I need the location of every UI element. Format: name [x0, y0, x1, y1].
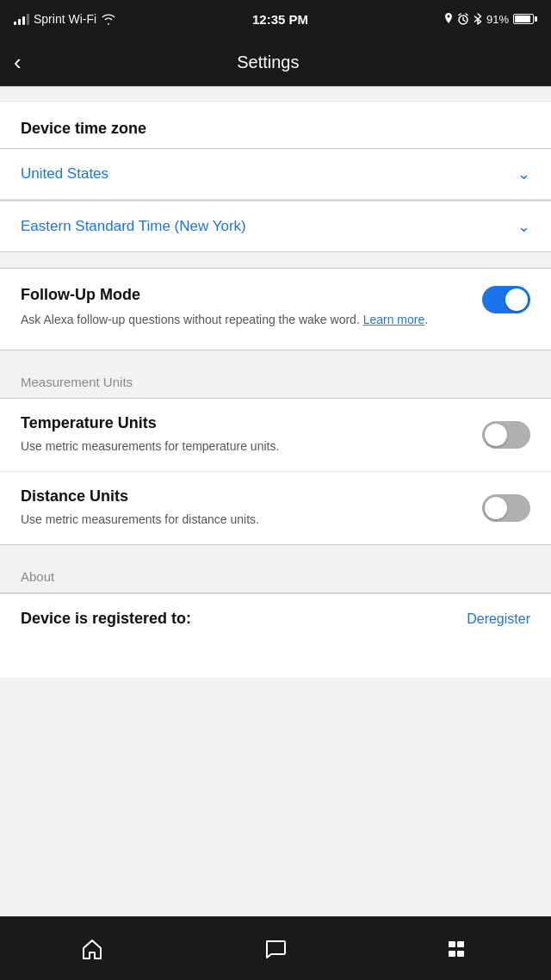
- alarm-icon: [457, 13, 469, 25]
- distance-title: Distance Units: [21, 487, 468, 506]
- followup-section: Follow-Up Mode Ask Alexa follow-up quest…: [0, 269, 551, 350]
- wifi-icon: [101, 13, 116, 25]
- tab-chat[interactable]: [242, 929, 309, 969]
- device-registered-label: Device is registered to:: [21, 610, 191, 628]
- timezone-dropdown[interactable]: Eastern Standard Time (New York) ⌄: [0, 201, 551, 251]
- distance-desc: Use metric measurements for distance uni…: [21, 511, 468, 529]
- country-dropdown[interactable]: United States ⌄: [0, 149, 551, 200]
- temperature-title: Temperature Units: [21, 414, 468, 432]
- menu-icon: [446, 936, 472, 962]
- tab-home[interactable]: [59, 929, 126, 969]
- followup-toggle[interactable]: [482, 286, 530, 313]
- carrier-label: Sprint Wi-Fi: [34, 12, 96, 26]
- temperature-desc: Use metric measurements for temperature …: [21, 437, 468, 456]
- country-chevron-icon: ⌄: [517, 164, 530, 183]
- learn-more-link[interactable]: Learn more: [363, 313, 425, 326]
- battery-percent: 91%: [486, 13, 509, 26]
- tab-bar: [0, 916, 551, 980]
- status-right: 91%: [444, 13, 537, 26]
- bluetooth-icon: [474, 13, 482, 25]
- tab-menu[interactable]: [425, 929, 492, 969]
- svg-rect-3: [449, 951, 455, 957]
- location-icon: [444, 13, 453, 25]
- temperature-toggle-knob: [485, 424, 507, 446]
- country-value: United States: [21, 165, 108, 183]
- deregister-link[interactable]: Deregister: [467, 611, 530, 627]
- temperature-text: Temperature Units Use metric measurement…: [21, 414, 468, 456]
- followup-row: Follow-Up Mode Ask Alexa follow-up quest…: [21, 286, 530, 329]
- followup-desc-suffix: .: [424, 313, 428, 326]
- home-icon: [79, 936, 105, 962]
- followup-description: Ask Alexa follow-up questions without re…: [21, 311, 468, 329]
- about-label: About: [21, 569, 54, 584]
- signal-icon: [14, 13, 29, 25]
- spacer-top: [0, 87, 551, 102]
- status-left: Sprint Wi-Fi: [14, 12, 116, 26]
- device-timezone-section: Device time zone United States ⌄ Eastern…: [0, 102, 551, 252]
- svg-rect-2: [457, 941, 464, 947]
- measurement-section: Temperature Units Use metric measurement…: [0, 399, 551, 544]
- chat-icon: [263, 936, 288, 962]
- measurement-units-label: Measurement Units: [21, 375, 133, 389]
- device-registered-row: Device is registered to: Deregister: [0, 593, 551, 643]
- page-title: Settings: [35, 53, 501, 72]
- bottom-spacer: [0, 643, 551, 678]
- svg-rect-1: [449, 941, 455, 947]
- measurement-units-header: Measurement Units: [0, 363, 551, 398]
- temperature-row: Temperature Units Use metric measurement…: [0, 399, 551, 472]
- spacer-3: [0, 545, 551, 557]
- temperature-toggle[interactable]: [482, 421, 530, 449]
- distance-toggle[interactable]: [482, 494, 530, 522]
- svg-rect-4: [457, 951, 464, 957]
- about-section-header: About: [0, 557, 551, 592]
- spacer-2: [0, 350, 551, 363]
- distance-text: Distance Units Use metric measurements f…: [21, 487, 468, 529]
- status-time: 12:35 PM: [252, 12, 308, 27]
- followup-toggle-knob: [505, 288, 528, 311]
- nav-bar: ‹ Settings: [0, 38, 551, 86]
- followup-desc-text: Ask Alexa follow-up questions without re…: [21, 313, 363, 326]
- battery-icon: [513, 14, 537, 24]
- distance-toggle-knob: [485, 497, 507, 519]
- status-bar: Sprint Wi-Fi 12:35 PM 91%: [0, 0, 551, 38]
- spacer-1: [0, 252, 551, 268]
- distance-row: Distance Units Use metric measurements f…: [0, 472, 551, 544]
- followup-title: Follow-Up Mode: [21, 286, 468, 304]
- followup-text-block: Follow-Up Mode Ask Alexa follow-up quest…: [21, 286, 468, 329]
- timezone-section-label: Device time zone: [0, 102, 551, 148]
- content-area: Device time zone United States ⌄ Eastern…: [0, 86, 551, 916]
- back-button[interactable]: ‹: [14, 51, 22, 73]
- timezone-chevron-icon: ⌄: [517, 217, 530, 236]
- timezone-value: Eastern Standard Time (New York): [21, 218, 246, 235]
